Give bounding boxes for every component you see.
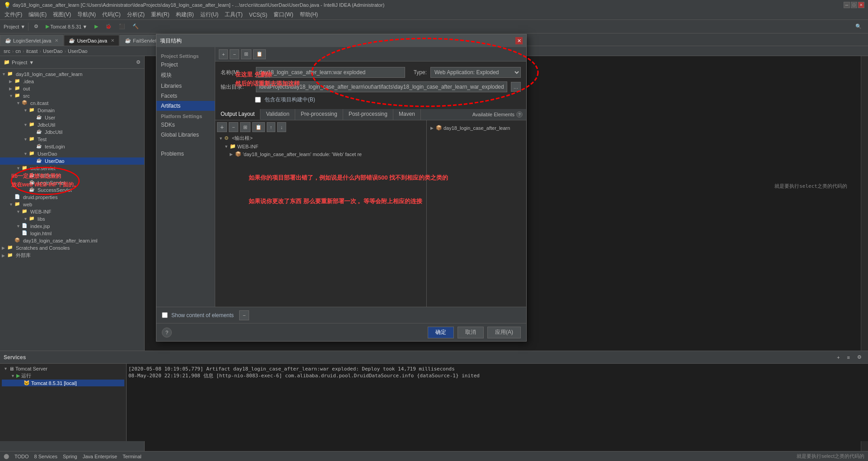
show-content-checkbox[interactable] — [162, 312, 168, 318]
run-config-dropdown[interactable]: ▶ Tomcat 8.5.31 ▼ — [43, 22, 90, 32]
nav-modules[interactable]: 模块 — [156, 70, 215, 81]
layout-up-btn[interactable]: ⊞ — [240, 122, 250, 132]
tree-web[interactable]: ▼ 📁 web — [0, 201, 144, 208]
tree-external[interactable]: ▶ 📁 外部库 — [0, 252, 144, 259]
artifact-remove-btn[interactable]: − — [230, 49, 239, 59]
ok-button[interactable]: 确定 — [428, 327, 454, 338]
nav-sdks[interactable]: SDKs — [156, 120, 215, 130]
layout-options-btn[interactable]: 📋 — [252, 122, 265, 132]
tree-druid[interactable]: 📄 druid.properties — [0, 194, 144, 201]
tree-jdbcutil-class[interactable]: ☕ JdbcUtil — [0, 128, 144, 136]
services-count[interactable]: 8 Services — [34, 454, 57, 459]
tab-userdao[interactable]: ☕ UserDao.java ✕ — [64, 35, 119, 46]
tree-userdao-folder[interactable]: ▼ 📁 UserDao — [0, 150, 144, 157]
services-filter-btn[interactable]: ≡ — [844, 352, 853, 362]
tree-cn-itcast[interactable]: ▼ 📦 cn.itcast — [0, 100, 144, 107]
tree-indexjsp[interactable]: ▼ 📄 index.jsp — [0, 223, 144, 230]
terminal-label[interactable]: Terminal — [123, 454, 142, 459]
tree-scratches[interactable]: ▶ 📁 Scratches and Consoles — [0, 244, 144, 252]
tree-libs[interactable]: ▼ 📁 libs — [0, 215, 144, 223]
menu-item-u[interactable]: 运行(U) — [198, 10, 222, 19]
todo-label[interactable]: TODO — [14, 454, 29, 459]
tree-failservlet[interactable]: ☕ FailServlet — [0, 172, 144, 179]
tree-testlogin[interactable]: ☕ testLogin — [0, 143, 144, 150]
breadcrumb-src[interactable]: src — [4, 48, 10, 54]
tab-close-icon[interactable]: ✕ — [111, 38, 114, 43]
artifact-output-browse-btn[interactable]: … — [511, 82, 521, 92]
menu-item-v[interactable]: 视图(V) — [50, 10, 74, 19]
tree-test[interactable]: ▼ 📁 Test — [0, 136, 144, 143]
debug-button[interactable]: 🐞 — [103, 22, 114, 32]
include-in-build-checkbox[interactable] — [255, 97, 261, 103]
tree-tomcat-server[interactable]: ▼ 🖥 Tomcat Server — [2, 366, 124, 372]
menu-item-e[interactable]: 编辑(E) — [26, 10, 49, 19]
layout-move-down-btn[interactable]: ↓ — [277, 122, 286, 132]
tab-validation[interactable]: Validation — [260, 109, 295, 120]
artifact-type-select[interactable]: Web Application: Exploded — [430, 67, 521, 78]
menu-item-f[interactable]: 文件(F) — [2, 10, 25, 19]
tree-loginservlet[interactable]: ☕ LoginServlet — [0, 179, 144, 186]
search-everywhere-btn[interactable]: 🔍 — [853, 22, 864, 32]
breadcrumb-userdao-pkg[interactable]: UserDao — [43, 48, 62, 54]
menu-item-w[interactable]: 窗口(W) — [271, 10, 296, 19]
tree-jdbcutil-folder[interactable]: ▼ 📁 JdbcUtil — [0, 121, 144, 128]
nav-artifacts[interactable]: Artifacts — [156, 101, 215, 111]
dialog-titlebar[interactable]: 项目结构 ✕ — [156, 34, 526, 47]
menu-item-h[interactable]: 帮助(H) — [297, 10, 321, 19]
nav-project[interactable]: Project — [156, 60, 215, 70]
tree-user[interactable]: ☕ User — [0, 114, 144, 121]
tree-userdao-class[interactable]: ☕ UserDao — [0, 157, 144, 165]
tab-maven[interactable]: Maven — [393, 109, 421, 120]
artifact-add-btn[interactable]: + — [219, 49, 228, 59]
close-button[interactable]: ✕ — [858, 2, 864, 8]
run-button[interactable]: ▶ — [92, 22, 101, 32]
dialog-close-button[interactable]: ✕ — [515, 37, 523, 44]
tree-idea[interactable]: ▶ 📁 .idea — [0, 78, 144, 85]
breadcrumb-cn[interactable]: cn — [15, 48, 21, 54]
layout-webinf[interactable]: ▼ 📁 WEB-INF — [217, 143, 425, 150]
menu-item-c[interactable]: 代码(C) — [99, 10, 123, 19]
tree-project-root[interactable]: ▼ 📁 day18_login_case_after_learn — [0, 71, 144, 78]
stop-button[interactable]: ⬛ — [116, 22, 128, 32]
tab-output-layout[interactable]: Output Layout — [215, 109, 260, 120]
nav-global-libraries[interactable]: Global Libraries — [156, 130, 215, 140]
minimize-button[interactable]: ─ — [844, 2, 850, 8]
menu-item-r[interactable]: 重构(R) — [148, 10, 172, 19]
menu-item-vcss[interactable]: VCS(S) — [246, 11, 270, 19]
tree-tomcat-local[interactable]: 🐱 Tomcat 8.5.31 [local] — [2, 380, 124, 386]
tree-webinf[interactable]: ▼ 📁 WEB-INF — [0, 208, 144, 215]
layout-remove-btn[interactable]: − — [229, 122, 238, 132]
layout-module[interactable]: ▶ 📦 'day18_login_case_after_learn' modul… — [217, 150, 425, 158]
services-add-btn[interactable]: + — [834, 352, 842, 362]
todo-icon[interactable]: ⬤ — [4, 453, 9, 459]
settings-btn[interactable]: ⚙ — [31, 22, 41, 32]
java-enterprise-label[interactable]: Java Enterprise — [83, 454, 117, 459]
tree-webservlet[interactable]: ▼ 📁 web.servlet — [0, 165, 144, 172]
tree-iml[interactable]: 📦 day18_login_case_after_learn.iml — [0, 237, 144, 244]
artifact-options-btn[interactable]: 📋 — [253, 49, 266, 59]
gear-icon[interactable]: ⚙ — [136, 59, 141, 65]
nav-facets[interactable]: Facets — [156, 91, 215, 101]
services-settings-btn[interactable]: ⚙ — [854, 352, 864, 362]
breadcrumb-itcast[interactable]: itcast — [26, 48, 38, 54]
artifact-name-input[interactable] — [256, 67, 405, 78]
tree-login-html[interactable]: 📄 login.html — [0, 230, 144, 237]
layout-add-btn[interactable]: + — [217, 122, 227, 132]
tab-pre-processing[interactable]: Pre-processing — [295, 109, 343, 120]
nav-libraries[interactable]: Libraries — [156, 81, 215, 91]
project-dropdown-icon[interactable]: ▼ — [29, 60, 34, 65]
artifact-copy-btn[interactable]: ⊞ — [241, 49, 251, 59]
help-circle-icon[interactable]: ? — [516, 111, 523, 118]
build-button[interactable]: 🔨 — [130, 22, 142, 32]
menu-item-b[interactable]: 构建(B) — [173, 10, 197, 19]
tree-src[interactable]: ▼ 📁 src — [0, 92, 144, 100]
nav-problems[interactable]: Problems — [156, 149, 215, 159]
spring-label[interactable]: Spring — [63, 454, 77, 459]
menu-item-z[interactable]: 分析(Z) — [124, 10, 147, 19]
layout-root[interactable]: ▼ ⚙ <输出根> — [217, 134, 425, 143]
layout-move-up-btn[interactable]: ↑ — [267, 122, 276, 132]
tree-successservlet[interactable]: ☕ SuccessServlet — [0, 186, 144, 194]
menu-item-t[interactable]: 工具(T) — [222, 10, 245, 19]
restore-button[interactable]: □ — [851, 2, 857, 8]
menu-item-n[interactable]: 导航(N) — [75, 10, 99, 19]
